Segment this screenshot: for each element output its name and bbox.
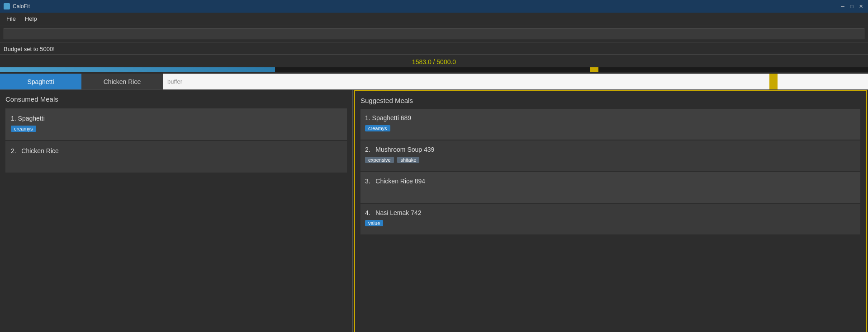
app-title: CaloFit: [13, 3, 30, 9]
suggested-meal-3-name: 3. Chicken Rice 894: [365, 178, 856, 185]
consumed-meal-1-tag-creamys: creamys: [11, 126, 36, 132]
title-bar: CaloFit ─ □ ✕: [0, 0, 868, 13]
tab-chicken-rice[interactable]: Chicken Rice: [81, 74, 163, 89]
menu-bar: File Help: [0, 13, 868, 25]
consumed-meals-title: Consumed Meals: [5, 95, 347, 103]
tab-buffer-marker: [769, 74, 778, 89]
title-bar-left: CaloFit: [4, 3, 30, 9]
consumed-meal-1-name: 1. Spaghetti: [11, 115, 342, 122]
progress-bar-container: [0, 67, 868, 72]
main-content: Consumed Meals 1. Spaghetti creamys 2. C…: [0, 90, 868, 332]
menu-help[interactable]: Help: [20, 14, 42, 24]
suggested-panel: Suggested Meals 1. Spaghetti 689 creamys…: [354, 90, 867, 332]
consumed-meal-2[interactable]: 2. Chicken Rice: [5, 141, 347, 173]
suggested-meal-1[interactable]: 1. Spaghetti 689 creamys: [360, 109, 860, 140]
suggested-meal-4-name: 4. Nasi Lemak 742: [365, 209, 856, 216]
tabs-area: Spaghetti Chicken Rice buffer: [0, 74, 868, 90]
suggested-meal-4-tag-value: value: [365, 220, 383, 226]
suggested-meal-2-tag-expensive: expensive: [365, 157, 394, 163]
suggested-meal-1-tag-creamys: creamys: [365, 125, 390, 131]
search-area: [0, 25, 868, 42]
tab-buffer[interactable]: buffer: [163, 74, 868, 89]
close-button[interactable]: ✕: [857, 3, 864, 10]
budget-message: Budget set to 5000!: [4, 46, 55, 52]
progress-label: 1583.0 / 5000.0: [0, 58, 868, 65]
tab-spaghetti[interactable]: Spaghetti: [0, 74, 81, 89]
progress-area: 1583.0 / 5000.0: [0, 55, 868, 74]
maximize-button[interactable]: □: [848, 3, 855, 10]
minimize-button[interactable]: ─: [839, 3, 846, 10]
suggested-meal-3[interactable]: 3. Chicken Rice 894: [360, 172, 860, 203]
menu-file[interactable]: File: [2, 14, 20, 24]
suggested-meal-1-name: 1. Spaghetti 689: [365, 114, 856, 122]
progress-bar-fill: [0, 67, 275, 72]
consumed-meal-1[interactable]: 1. Spaghetti creamys: [5, 108, 347, 140]
consumed-meal-2-name: 2. Chicken Rice: [11, 147, 342, 154]
budget-area: Budget set to 5000!: [0, 42, 868, 55]
suggested-meal-2-tag-shitake: shitake: [397, 157, 419, 163]
suggested-meal-2-name: 2. Mushroom Soup 439: [365, 146, 856, 153]
progress-bar-marker: [590, 67, 598, 72]
suggested-meal-2[interactable]: 2. Mushroom Soup 439 expensive shitake: [360, 140, 860, 171]
suggested-meal-4[interactable]: 4. Nasi Lemak 742 value: [360, 204, 860, 234]
consumed-panel: Consumed Meals 1. Spaghetti creamys 2. C…: [0, 90, 353, 332]
title-bar-controls: ─ □ ✕: [839, 3, 864, 10]
search-input[interactable]: [4, 28, 864, 39]
suggested-meals-title: Suggested Meals: [360, 97, 860, 104]
app-icon: [4, 3, 10, 9]
